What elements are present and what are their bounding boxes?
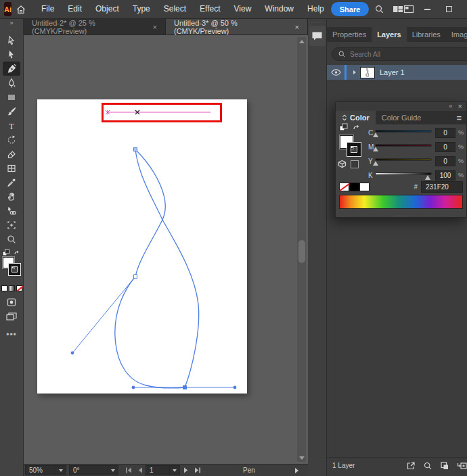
rotation-box[interactable]: 0° <box>69 465 108 475</box>
locate-object-icon[interactable] <box>423 461 432 471</box>
scroll-down-icon[interactable] <box>297 454 306 462</box>
document-tab-untitled-2[interactable]: Untitled-2* @ 25 % (CMYK/Preview) × <box>24 19 166 34</box>
slider-handle[interactable] <box>425 175 430 180</box>
screen-mode-icon[interactable] <box>3 309 20 323</box>
edit-toolbar-icon[interactable]: ••• <box>6 330 17 339</box>
next-artboard-icon[interactable] <box>180 465 192 475</box>
gradient-button[interactable] <box>9 285 15 291</box>
previous-artboard-icon[interactable] <box>134 465 146 475</box>
rotation-dropdown-icon[interactable] <box>108 465 118 475</box>
color-panel-menu-icon[interactable]: ≡ <box>451 111 466 124</box>
tab-layers[interactable]: Layers <box>372 27 406 42</box>
slider-handle[interactable] <box>373 147 378 151</box>
pen-tool[interactable] <box>3 62 20 76</box>
share-button[interactable]: Share <box>331 2 370 16</box>
layers-search-input[interactable]: Search All <box>332 47 467 61</box>
toolbar-expand-icon[interactable]: » <box>0 19 23 28</box>
rotate-tool[interactable] <box>3 133 20 147</box>
zoom-tool[interactable] <box>3 232 20 246</box>
none-swatch[interactable] <box>339 183 349 191</box>
none-button[interactable] <box>16 285 22 291</box>
menu-item-view[interactable]: View <box>227 0 259 18</box>
new-sublayer-icon[interactable] <box>457 461 467 471</box>
color-button[interactable] <box>1 285 7 291</box>
search-icon[interactable] <box>374 2 384 17</box>
last-artboard-icon[interactable] <box>192 465 203 475</box>
layer-name[interactable]: Layer 1 <box>380 68 405 76</box>
stroke-color-swatch[interactable] <box>347 143 361 156</box>
menu-item-select[interactable]: Select <box>157 0 193 18</box>
artboard-number-box[interactable]: 1 <box>146 465 170 475</box>
type-tool[interactable]: T <box>3 118 20 133</box>
collect-for-export-icon[interactable] <box>406 461 416 471</box>
paintbrush-tool[interactable] <box>3 104 20 118</box>
eyedropper-tool[interactable] <box>3 175 20 189</box>
panel-resize-grip[interactable]: ······ <box>336 214 466 218</box>
workspace-switcher-icon[interactable] <box>403 2 414 17</box>
canvas[interactable] <box>24 35 308 464</box>
direct-selection-tool[interactable] <box>3 47 20 62</box>
magenta-value-box[interactable]: 0 <box>435 142 455 152</box>
slider-handle[interactable] <box>373 161 378 166</box>
selection-tool[interactable] <box>3 33 20 47</box>
artboard-tool[interactable] <box>3 218 20 232</box>
cyan-slider[interactable] <box>375 127 432 138</box>
collapse-panel-icon[interactable]: « <box>449 103 453 110</box>
menu-item-edit[interactable]: Edit <box>61 0 89 18</box>
drawing-modes-icon[interactable] <box>3 295 20 309</box>
clipping-mask-icon[interactable] <box>440 461 449 471</box>
first-artboard-icon[interactable] <box>123 465 134 475</box>
close-button[interactable]: × <box>463 3 467 16</box>
zoom-dropdown-icon[interactable] <box>56 465 66 475</box>
stroke-color-swatch[interactable] <box>9 264 20 275</box>
tab-image-trace[interactable]: Image Tra <box>446 27 467 42</box>
color-spectrum-bar[interactable] <box>339 195 463 209</box>
cyan-value-box[interactable]: 0 <box>435 128 455 138</box>
comments-panel-icon[interactable] <box>309 26 326 46</box>
layer-row-layer-1[interactable]: Layer 1 <box>327 65 467 80</box>
mesh-tool[interactable] <box>3 161 20 175</box>
maximize-button[interactable] <box>441 3 456 16</box>
menu-item-type[interactable]: Type <box>126 0 157 18</box>
white-swatch[interactable] <box>359 183 370 191</box>
hex-value-input[interactable]: 231F20 <box>421 181 463 193</box>
eraser-tool[interactable] <box>3 147 20 161</box>
artboard-dropdown-icon[interactable] <box>170 465 180 475</box>
rectangle-tool[interactable] <box>3 90 20 104</box>
yellow-slider[interactable] <box>375 156 432 166</box>
black-swatch[interactable] <box>349 183 359 191</box>
black-slider[interactable] <box>375 170 432 181</box>
close-tab-icon[interactable]: × <box>153 23 157 31</box>
in-gamut-swatch[interactable] <box>351 160 359 168</box>
tab-color-guide[interactable]: Color Guide <box>376 111 428 124</box>
zoom-level-box[interactable]: 50% <box>25 465 56 475</box>
expand-layer-icon[interactable] <box>353 70 356 74</box>
shape-builder-tool[interactable] <box>3 204 20 218</box>
home-icon[interactable] <box>16 2 26 17</box>
tab-properties[interactable]: Properties <box>327 27 372 42</box>
out-of-gamut-cube-icon[interactable] <box>338 160 347 168</box>
menu-item-object[interactable]: Object <box>89 0 126 18</box>
visibility-eye-icon[interactable] <box>327 69 344 76</box>
document-tab-untitled-3[interactable]: Untitled-3* @ 50 % (CMYK/Preview) × <box>166 19 308 34</box>
arrange-documents-icon[interactable] <box>393 2 403 17</box>
layer-thumbnail[interactable] <box>360 67 375 78</box>
tab-libraries[interactable]: Libraries <box>407 27 446 42</box>
swap-colors-icon[interactable] <box>339 123 368 132</box>
menu-item-effect[interactable]: Effect <box>193 0 227 18</box>
menu-item-file[interactable]: File <box>35 0 61 18</box>
slider-handle[interactable] <box>373 133 378 137</box>
minimize-button[interactable] <box>420 3 435 16</box>
status-bar-expand-icon[interactable] <box>295 468 298 473</box>
menu-item-help[interactable]: Help <box>301 0 331 18</box>
menu-item-window[interactable]: Window <box>258 0 301 18</box>
curvature-tool[interactable] <box>3 76 20 90</box>
toolbar-grip[interactable]: ······ <box>5 28 18 33</box>
black-value-box[interactable]: 100 <box>435 170 455 181</box>
app-logo[interactable]: Ai <box>4 2 12 16</box>
scrollbar-thumb[interactable] <box>298 240 305 263</box>
scroll-up-icon[interactable] <box>297 37 306 45</box>
close-panel-icon[interactable]: × <box>458 103 462 110</box>
magenta-slider[interactable] <box>375 141 432 152</box>
tab-color[interactable]: Color <box>336 111 376 124</box>
